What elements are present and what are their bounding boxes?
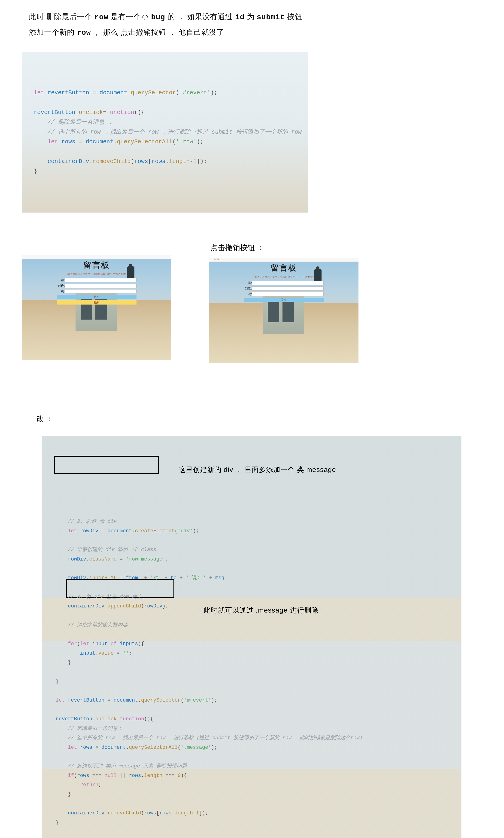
id: onclick [95,716,116,722]
board-subtitle: 输入内容后点击提交，会将内容显示在下方的表格中 [244,275,324,279]
p: } [56,791,71,797]
p: . [86,575,89,581]
id: rows [77,745,92,750]
p: . [132,528,135,534]
op: = [75,138,86,145]
id: from [126,575,138,581]
fn: querySelectorAll [117,138,172,145]
p: ( [178,745,181,750]
id: value [98,650,114,656]
comment: // 2. 构造 新 div [56,519,116,525]
id: rows [144,810,156,816]
p: ( [77,641,80,647]
label-to: 对谁: [57,284,65,288]
p: } [56,660,71,666]
browser-tab: _SAVE [209,258,359,262]
p: } [34,168,37,175]
id: rowDiv [77,528,98,534]
id: inputs [116,641,138,647]
p: . [92,716,95,722]
t: 添加一个新的 [29,28,77,36]
fn: removeChild [107,810,141,816]
screenshot-after: _SAVE 留言板 输入内容后点击提交，会将内容显示在下方的表格中 谁: 对谁:… [209,258,359,363]
board-subtitle: 输入内容后点击提交，会将内容显示在下方的表格中 [57,272,137,276]
kw: let [34,89,44,96]
submit-button[interactable]: 提交 [57,295,137,299]
id: length [175,810,193,816]
kw-row: row [77,29,91,37]
input-who[interactable] [65,278,137,283]
s: '对' [150,575,161,581]
p: . [104,810,107,816]
p: . [126,745,129,750]
p: ( [74,773,77,779]
input-say[interactable] [252,292,324,296]
p: ){ [138,641,144,647]
t: 按钮 [287,13,302,21]
input-to[interactable] [252,287,324,291]
input-say[interactable] [65,289,137,293]
callout-box-1 [54,456,159,474]
p: ); [211,745,217,750]
id: rowDiv [56,575,86,581]
id: to [170,575,177,581]
callout-text-1: 这里创建新的 div ， 里面多添加一个 类 message [179,463,336,476]
id: rows [151,158,165,165]
op: = [103,109,107,116]
id: innerHTML [89,575,116,581]
fn: querySelector [131,89,176,96]
kw: if [68,773,74,779]
p: ( [181,697,184,703]
op: + [161,575,171,581]
input-who[interactable] [252,281,324,285]
id: document [102,745,126,750]
submit-button[interactable]: 提交 [244,297,324,302]
code-block-bug: let revertButton = document.querySelecto… [22,52,308,213]
p: } [56,679,59,684]
p: ( [141,603,144,609]
s: 'div' [178,528,193,534]
comment: // 选中所有的 row ，找出最后一个 row ，进行删除（通过 submit… [56,735,365,741]
s: 'row message' [126,557,166,562]
op: = [89,89,100,96]
s: '#revert' [179,89,211,96]
label-say: 说: [57,289,65,293]
id: document [86,138,113,145]
ws [56,745,68,750]
p: . [138,697,141,703]
kw: function [107,109,134,116]
revert-button[interactable]: 撤销 [57,301,137,305]
p: . [104,603,107,609]
id: revertButton [44,89,89,96]
id: length [144,773,162,779]
label-say: 说: [244,292,252,296]
p: ; [165,557,168,562]
p: ); [197,138,203,145]
kw: for [68,641,77,647]
kw: null [104,773,116,779]
label-who: 谁: [244,281,252,285]
section-fix-heading: 改 ： [36,414,504,424]
input-to[interactable] [65,284,137,288]
t: 为 [247,13,257,21]
id: input [56,650,95,656]
code-block-fix: 这里创建新的 div ， 里面多添加一个 类 message 此时就可以通过 .… [41,435,462,838]
p: . [75,109,79,116]
id: rows [159,810,172,816]
p: ( [131,158,134,165]
n: 0 [178,773,181,779]
kw: let [48,138,58,145]
p: . [165,158,169,165]
fn: querySelectorAll [129,745,178,750]
id: document [107,528,132,534]
fn: querySelector [141,697,181,703]
p: ( [175,528,178,534]
id: revertButton [65,697,105,703]
p: ); [211,89,217,96]
p: ( [141,810,144,816]
intro-line-1: 此时 删除最后一个 row 是有一个小 bug 的 ， 如果没有通过 id 为 … [29,9,504,25]
p: . [86,557,89,562]
op: = [116,557,126,562]
op: = [116,575,126,581]
id: input [89,641,110,647]
